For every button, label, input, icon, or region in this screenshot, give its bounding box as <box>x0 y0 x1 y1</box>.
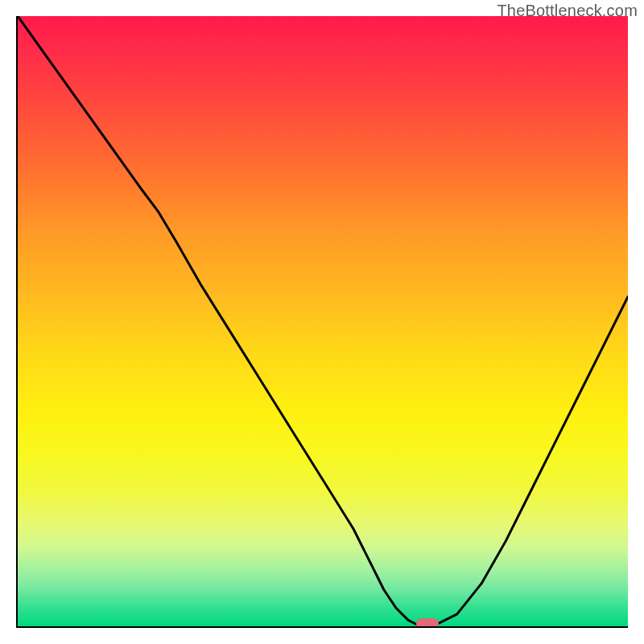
plot-area <box>16 16 628 628</box>
bottleneck-chart: TheBottleneck.com <box>0 0 644 644</box>
attribution-text: TheBottleneck.com <box>497 2 638 20</box>
curve-layer <box>18 16 628 626</box>
optimal-marker <box>416 618 439 628</box>
bottleneck-curve <box>18 16 628 626</box>
